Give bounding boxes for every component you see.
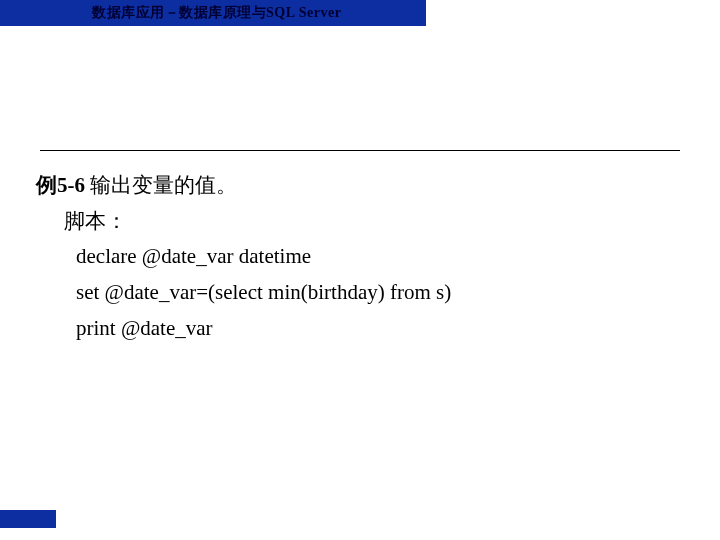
example-label: 例5-6 [36,173,85,197]
example-desc: 输出变量的值。 [85,173,237,197]
footer-blue-block [0,510,56,528]
header-title-cn: 数据库应用－数据库原理与 [92,4,266,20]
footer-gap [56,510,62,528]
header-bar: 数据库应用－数据库原理与SQL Server [0,0,426,26]
example-heading: 例5-6 输出变量的值。 [36,168,676,204]
divider-line [40,150,680,151]
code-line-3: print @date_var [36,311,676,347]
header-title: 数据库应用－数据库原理与SQL Server [92,4,341,22]
code-line-2: set @date_var=(select min(birthday) from… [36,275,676,311]
header-title-latin: SQL Server [266,5,341,20]
code-line-1: declare @date_var datetime [36,239,676,275]
content-block: 例5-6 输出变量的值。 脚本： declare @date_var datet… [36,168,676,346]
script-label: 脚本： [36,204,676,240]
footer-bars [0,508,720,528]
example-label-text: 例5-6 [36,173,85,197]
